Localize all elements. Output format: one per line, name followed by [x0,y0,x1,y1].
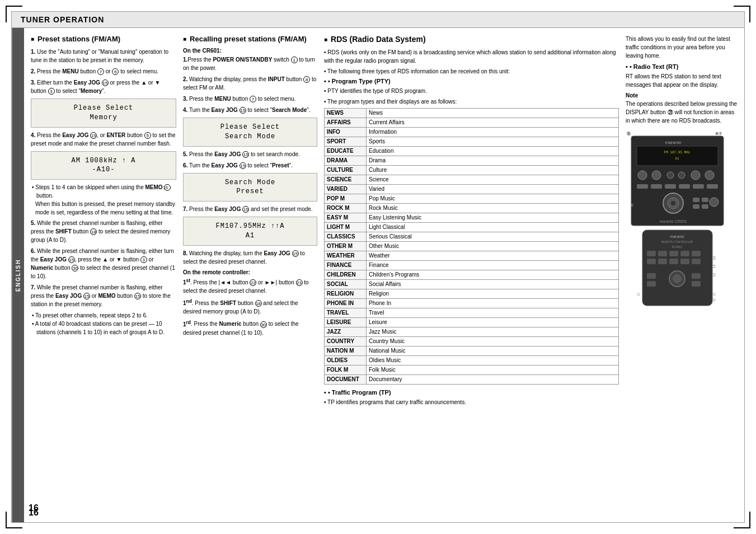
on-remote-label: On the remote controller: [183,269,317,275]
svg-text:FM 107.95 MHz: FM 107.95 MHz [664,150,691,154]
svg-rect-16 [679,184,690,189]
svg-text:marantz: marantz [665,140,682,145]
svg-rect-37 [692,251,701,256]
step-1: 1. Use the "Auto tuning" or "Manual tuni… [31,48,176,64]
svg-rect-35 [669,251,678,256]
display-preset: Search ModePreset [183,173,317,202]
svg-rect-17 [693,184,704,189]
svg-rect-33 [647,251,656,256]
svg-rect-45 [647,273,656,279]
recall-step-4: 4. Turn the Easy JOG 15 to select "Searc… [183,106,317,114]
table-row: INFOInformation [325,128,619,137]
recalling-heading: Recalling preset stations (FM/AM) [183,35,317,43]
svg-text:A1: A1 [675,156,679,160]
svg-text:⑱: ⑱ [712,298,716,302]
rt-bullet: RT allows the RDS station to send text m… [626,72,738,89]
remote-step-1: 1st. Press the |◄◄ button 22 or ►►| butt… [183,277,317,295]
device-svg: ⑮ ⑧⑦ marantz FM 107.95 MHz A1 [626,130,729,310]
svg-rect-23 [702,198,708,202]
svg-rect-18 [707,184,718,189]
table-row: SCIENCEScience [325,175,619,185]
svg-text:⑲: ⑲ [712,293,716,296]
table-row: WEATHERWeather [325,251,619,261]
table-row: LEISURELeisure [325,318,619,327]
recall-step-6: 6. Turn the Easy JOG 15 to select "Prese… [183,161,317,170]
table-row: NEWSNews [325,109,619,118]
svg-point-12 [705,171,714,180]
columns: Preset stations (FM/AM) 1. Use the "Auto… [24,28,744,522]
svg-text:RC9001: RC9001 [672,245,683,249]
step-2: 2. Press the MENU button 7 or 6 to selec… [31,67,176,76]
svg-rect-42 [692,259,701,264]
recall-step-7: 7. Press the Easy JOG 15 and set the pre… [183,205,317,213]
note-section: Note The operations described below pres… [626,92,738,125]
page-title: TUNER OPERATION [12,12,744,28]
svg-point-44 [673,275,681,283]
program-type-section: • Program Type (PTY) • PTY identifies th… [324,78,619,385]
table-row: CLASSICSSerious Classical [325,232,619,242]
table-row: DRAMADrama [325,156,619,166]
recalling-stations-column: Recalling preset stations (FM/AM) On the… [183,35,317,516]
svg-rect-24 [693,204,699,209]
svg-rect-22 [693,198,699,202]
rds-intro-2: • The following three types of RDS infor… [324,67,619,76]
additional-info-column: This allows you to easily find out the l… [626,35,738,516]
step4-note: • Steps 1 to 4 can be skipped when using… [31,183,176,217]
svg-rect-36 [680,251,689,256]
svg-text:marantz: marantz [670,235,684,238]
table-row: POP MPop Music [325,194,619,204]
traffic-note: This allows you to easily find out the l… [626,35,738,60]
table-row: OLDIESOldies Music [325,356,619,366]
table-row: SOCIALSocial Affairs [325,280,619,289]
svg-point-11 [691,171,700,180]
svg-rect-48 [692,281,701,287]
remote-step-2: 1nd. Press the SHIFT button 18 and selec… [183,298,317,316]
recall-step-8: 8. Watching the display, turn the Easy J… [183,249,317,266]
table-row: SPORTSports [325,137,619,147]
main-border: TUNER OPERATION ENGLISH Preset stations … [11,11,745,523]
rds-column: RDS (Radio Data System) • RDS (works onl… [324,35,619,516]
table-row: CHILDRENChildren's Programs [325,270,619,280]
svg-point-9 [667,172,674,179]
step-6: 6. While the preset channel number is fl… [31,247,176,280]
recall-step-5: 5. Press the Easy JOG 15 to set search m… [183,150,317,158]
rds-table: NEWSNewsAFFAIRSCurrent AffairsINFOInform… [324,108,619,385]
page-number: 16 [29,508,39,518]
svg-text:REMOTE CONTROLLER: REMOTE CONTROLLER [661,240,693,243]
display-fm: FM107.95MHz ↑↑AA1 [183,217,317,246]
preset-stations-column: Preset stations (FM/AM) 1. Use the "Auto… [31,35,176,516]
content-area: ENGLISH Preset stations (FM/AM) 1. Use t… [12,28,744,522]
svg-rect-41 [680,259,689,264]
rds-intro-1: • RDS (works only on the FM band) is a b… [324,48,619,65]
svg-rect-39 [658,259,667,264]
program-type-heading: • Program Type (PTY) [324,78,619,85]
table-row: CULTURECulture [325,166,619,175]
table-row: EDUCATEEducation [325,147,619,156]
svg-point-10 [678,172,685,179]
svg-rect-15 [665,184,676,189]
step-4: 4. Press the Easy JOG 15, or ENTER butto… [31,131,176,148]
svg-rect-25 [702,204,708,209]
step-7: 7. While the preset channel number is fl… [31,283,176,308]
table-row: FINANCEFinance [325,261,619,270]
table-row: LIGHT MLight Classical [325,223,619,232]
svg-rect-34 [658,251,667,256]
table-row: NATION MNational Music [325,346,619,356]
preset-stations-heading: Preset stations (FM/AM) [31,35,176,43]
display-am: AM 1008kHz ↑ A-A10- [31,151,176,180]
svg-text:marantz CR601: marantz CR601 [659,219,687,223]
tp-bullet: • TP identifies programs that carry traf… [324,398,619,406]
svg-rect-40 [669,259,678,264]
table-row: ROCK MRock Music [325,204,619,213]
step-5: 5. While the preset channel number is fl… [31,219,176,244]
svg-text:⑮: ⑮ [627,132,631,135]
step7-notes: • To preset other channels, repeat steps… [31,311,176,336]
svg-point-7 [638,171,647,180]
remote-step-3: 1rd. Press the Numeric button 30 to sele… [183,318,317,336]
table-row: OTHER MOther Music [325,242,619,251]
recall-step-2: 2. Watching the display, press the INPUT… [183,75,317,92]
step-3: 3. Either turn the Easy JOG 15 or press … [31,78,176,95]
svg-point-26 [710,198,719,207]
rds-heading: RDS (Radio Data System) [324,35,619,44]
page: TUNER OPERATION ENGLISH Preset stations … [0,0,756,534]
